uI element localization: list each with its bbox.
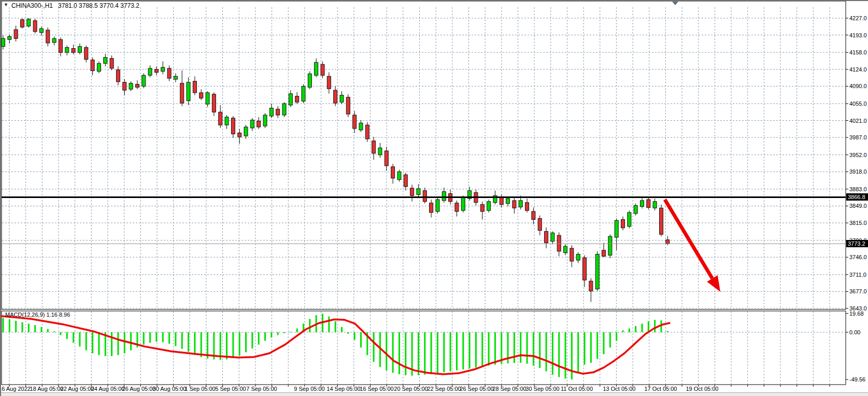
candle xyxy=(282,104,286,115)
candle xyxy=(608,236,612,255)
date-axis-label: 18 Aug 05:00 xyxy=(30,386,64,392)
candle xyxy=(404,175,407,187)
candle xyxy=(430,203,433,213)
candle xyxy=(225,117,229,125)
date-axis-label: 26 Aug 05:00 xyxy=(122,386,156,392)
symbol-dropdown-icon[interactable]: ▼ xyxy=(4,2,8,7)
price-axis-label: 3952.0 xyxy=(849,152,867,159)
candle xyxy=(52,38,56,43)
candle xyxy=(14,30,18,38)
date-axis-label: 26 Sep 05:00 xyxy=(460,386,493,392)
candle xyxy=(576,254,580,260)
candle xyxy=(174,76,177,79)
candle xyxy=(200,93,203,98)
candle xyxy=(480,205,484,211)
candle xyxy=(487,202,491,210)
candle xyxy=(538,218,542,230)
date-axis-label: 1 Sep 05:00 xyxy=(184,386,215,392)
date-axis-label: 13 Oct 05:00 xyxy=(603,386,636,392)
macd-axis-label: 19.68 xyxy=(849,310,864,317)
candle xyxy=(212,94,216,112)
window-frame-top xyxy=(0,0,868,1)
date-axis-label: 5 Sep 05:00 xyxy=(215,386,246,392)
candle xyxy=(244,127,248,136)
candle xyxy=(589,281,593,291)
candle xyxy=(436,200,439,211)
candle xyxy=(46,30,50,43)
candle xyxy=(39,29,43,33)
price-axis-label: 4227.0 xyxy=(849,15,867,22)
current-price-badge: 3773.2 xyxy=(846,240,868,247)
candle xyxy=(295,96,299,103)
candle xyxy=(219,112,222,125)
price-axis-label: 3883.0 xyxy=(849,186,867,193)
candle xyxy=(442,192,446,201)
candle xyxy=(378,148,382,154)
macd-axis-label: -49.56 xyxy=(849,376,865,383)
candle xyxy=(615,220,618,237)
candle xyxy=(353,115,357,129)
candle xyxy=(461,197,465,210)
date-axis-label: 30 Sep 05:00 xyxy=(525,386,559,392)
candle xyxy=(666,240,670,244)
date-axis-label: 9 Sep 05:00 xyxy=(294,386,324,392)
candle xyxy=(583,258,587,280)
price-axis-label: 3711.0 xyxy=(849,272,866,278)
candle xyxy=(123,82,126,90)
candle xyxy=(557,235,561,251)
date-axis-label: 19 Oct 05:00 xyxy=(686,386,719,392)
candle xyxy=(653,202,657,208)
window-frame-left xyxy=(0,0,1,396)
candle xyxy=(193,81,196,93)
date-axis-label: 22 Sep 05:00 xyxy=(427,386,461,392)
candle xyxy=(391,167,395,178)
candle xyxy=(417,189,420,195)
price-axis-label: 3815.0 xyxy=(849,220,867,227)
candle xyxy=(659,208,663,234)
chart-title: CHINA300-,H13781.0 3788.5 3770.4 3773.2 xyxy=(11,2,139,9)
candle xyxy=(65,48,69,53)
macd-label: MACD(12,26,9) 1.16 8.96 xyxy=(5,312,70,318)
candle xyxy=(340,95,344,102)
date-axis-label: 14 Sep 05:00 xyxy=(326,386,360,392)
candle xyxy=(372,141,376,153)
date-axis-label: 28 Sep 05:00 xyxy=(492,386,526,392)
candle xyxy=(602,250,606,257)
candle xyxy=(8,36,11,39)
candle xyxy=(257,121,261,127)
macd-axis-label: 0.00 xyxy=(849,329,860,336)
price-axis-label: 4090.0 xyxy=(849,83,867,90)
candle xyxy=(276,109,280,115)
candle xyxy=(238,133,241,137)
candle xyxy=(506,199,510,204)
date-axis-label: 11 Oct 05:00 xyxy=(561,386,593,392)
candle xyxy=(308,74,311,87)
candle xyxy=(27,19,31,26)
candle xyxy=(78,47,81,53)
chart-window: ▼ CHINA300-,H13781.0 3788.5 3770.4 3773.… xyxy=(0,0,868,396)
candle xyxy=(641,201,644,207)
window-bottom-strip xyxy=(0,392,868,396)
price-axis-label: 3849.0 xyxy=(849,203,867,209)
candle xyxy=(142,75,146,86)
candle xyxy=(410,188,414,195)
candle xyxy=(334,90,337,103)
candle xyxy=(634,206,637,214)
candle xyxy=(423,191,426,202)
candle xyxy=(97,63,101,71)
candle xyxy=(167,68,171,78)
candle xyxy=(359,123,363,130)
date-axis-label: 17 Oct 05:00 xyxy=(645,386,677,392)
candle xyxy=(315,62,318,75)
chart-canvas[interactable] xyxy=(0,0,868,396)
candle xyxy=(545,231,548,243)
candle xyxy=(180,83,184,103)
candle xyxy=(231,118,235,134)
candle xyxy=(500,197,503,204)
candle xyxy=(161,67,165,72)
candle xyxy=(72,48,75,52)
price-axis-label: 4158.0 xyxy=(849,49,867,56)
candle xyxy=(302,86,305,101)
candle xyxy=(525,203,529,210)
price-axis-label: 4124.0 xyxy=(849,66,867,73)
